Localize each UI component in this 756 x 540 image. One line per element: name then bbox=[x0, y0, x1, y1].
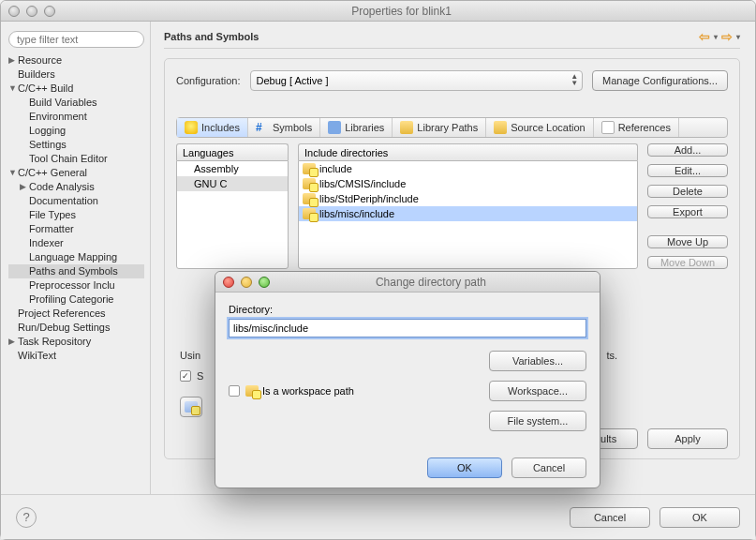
minimize-icon[interactable] bbox=[26, 6, 37, 17]
window-controls bbox=[8, 6, 55, 17]
sidebar-item-label: Builders bbox=[18, 68, 55, 82]
includes-icon bbox=[185, 121, 198, 134]
add-button[interactable]: Add... bbox=[647, 143, 728, 157]
ok-button[interactable]: OK bbox=[660, 507, 740, 528]
sidebar-item[interactable]: Run/Debug Settings bbox=[8, 321, 144, 335]
export-button[interactable]: Export bbox=[647, 205, 728, 218]
folder-icon bbox=[303, 193, 316, 204]
include-path-label: libs/CMSIS/include bbox=[319, 178, 406, 189]
workspace-path-checkbox[interactable] bbox=[229, 385, 240, 397]
sidebar-item-label: Profiling Categorie bbox=[29, 292, 114, 307]
sidebar-item-label: WikiText bbox=[18, 349, 56, 363]
include-path-label: libs/misc/include bbox=[319, 208, 394, 219]
sidebar-item[interactable]: ▶Code Analysis bbox=[8, 180, 144, 194]
sidebar-item[interactable]: Preprocessor Inclu bbox=[8, 278, 144, 292]
sidebar-item-label: Documentation bbox=[29, 194, 98, 208]
sidebar-item[interactable]: Profiling Categorie bbox=[8, 292, 144, 307]
sidebar-item-label: C/C++ Build bbox=[18, 82, 73, 96]
configuration-select[interactable]: Debug [ Active ] ▲▼ bbox=[250, 70, 584, 91]
edit-button[interactable]: Edit... bbox=[647, 164, 728, 177]
close-icon[interactable] bbox=[8, 6, 20, 17]
sidebar-item[interactable]: Environment bbox=[8, 110, 144, 124]
manage-configurations-button[interactable]: Manage Configurations... bbox=[592, 70, 728, 91]
category-tree[interactable]: ▶ResourceBuilders▼C/C++ BuildBuild Varia… bbox=[8, 53, 144, 363]
sidebar-item[interactable]: Indexer bbox=[8, 236, 144, 250]
filter-input[interactable] bbox=[8, 31, 144, 48]
forward-icon[interactable]: ⇨ bbox=[721, 29, 733, 44]
back-menu-icon[interactable]: ▾ bbox=[714, 33, 718, 41]
sidebar-item[interactable]: Documentation bbox=[8, 194, 144, 208]
tab-source-location[interactable]: Source Location bbox=[486, 118, 594, 137]
apply-button[interactable]: Apply bbox=[647, 428, 728, 449]
properties-window: Properties for blink1 ▶ResourceBuilders▼… bbox=[0, 0, 756, 540]
list-item[interactable]: libs/CMSIS/include bbox=[299, 176, 637, 191]
sidebar-item-label: Code Analysis bbox=[29, 180, 95, 194]
libraries-icon bbox=[328, 121, 341, 134]
close-icon[interactable] bbox=[223, 277, 234, 288]
sidebar-item[interactable]: ▶Resource bbox=[8, 53, 144, 68]
back-icon[interactable]: ⇦ bbox=[699, 29, 710, 44]
source-location-icon bbox=[494, 121, 507, 134]
sidebar-item-label: Indexer bbox=[29, 236, 64, 250]
sidebar-item-label: Language Mapping bbox=[29, 250, 117, 264]
sidebar-item[interactable]: Logging bbox=[8, 124, 144, 138]
sidebar-item[interactable]: Settings bbox=[8, 138, 144, 152]
help-icon[interactable]: ? bbox=[16, 507, 37, 528]
dialog-ok-button[interactable]: OK bbox=[427, 458, 502, 478]
language-label: GNU C bbox=[194, 178, 227, 189]
sidebar-item[interactable]: Builders bbox=[8, 68, 144, 82]
sidebar-item[interactable]: Build Variables bbox=[8, 96, 144, 110]
dialog-title: Change directory path bbox=[270, 276, 592, 289]
sidebar-item[interactable]: Project References bbox=[8, 307, 144, 321]
sidebar-item[interactable]: WikiText bbox=[8, 349, 144, 363]
sidebar-item[interactable]: ▼C/C++ Build bbox=[8, 82, 144, 96]
disclosure-icon: ▶ bbox=[20, 180, 29, 194]
cancel-button[interactable]: Cancel bbox=[570, 507, 650, 528]
directory-label: Directory: bbox=[229, 304, 586, 315]
sidebar-item[interactable]: Tool Chain Editor bbox=[8, 152, 144, 166]
directory-input[interactable] bbox=[229, 319, 586, 338]
sidebar-item[interactable]: Language Mapping bbox=[8, 250, 144, 264]
delete-button[interactable]: Delete bbox=[647, 185, 728, 198]
sidebar-item-label: Tool Chain Editor bbox=[29, 152, 108, 166]
move-up-button[interactable]: Move Up bbox=[647, 235, 728, 248]
separator bbox=[164, 48, 740, 49]
import-icon-button[interactable] bbox=[180, 397, 202, 417]
tab-references[interactable]: References bbox=[594, 118, 679, 137]
disclosure-icon: ▼ bbox=[8, 166, 18, 180]
sidebar-item[interactable]: Paths and Symbols bbox=[8, 264, 144, 278]
tab-includes[interactable]: Includes bbox=[177, 118, 248, 137]
languages-list[interactable]: AssemblyGNU C bbox=[176, 160, 289, 269]
list-item[interactable]: include bbox=[299, 161, 637, 176]
truncated-text-left: Usin bbox=[180, 350, 200, 361]
sidebar-item[interactable]: ▶Task Repository bbox=[8, 335, 144, 349]
tab-label: Library Paths bbox=[417, 122, 478, 133]
tab-library-paths[interactable]: Library Paths bbox=[393, 118, 486, 137]
tab-libraries[interactable]: Libraries bbox=[320, 118, 393, 137]
show-checkbox[interactable]: ✓ bbox=[180, 370, 191, 382]
sidebar-item[interactable]: ▼C/C++ General bbox=[8, 166, 144, 180]
configuration-label: Configuration: bbox=[176, 75, 241, 86]
list-item[interactable]: GNU C bbox=[177, 176, 288, 191]
dialog-footer: ? Cancel OK bbox=[1, 494, 755, 539]
dialog-cancel-button[interactable]: Cancel bbox=[511, 458, 586, 478]
tab-symbols[interactable]: #Symbols bbox=[248, 118, 320, 137]
zoom-icon[interactable] bbox=[44, 6, 55, 17]
library-paths-icon bbox=[400, 121, 413, 134]
variables-button[interactable]: Variables... bbox=[489, 351, 586, 371]
minimize-icon[interactable] bbox=[241, 277, 252, 288]
list-item[interactable]: Assembly bbox=[177, 161, 288, 176]
list-item[interactable]: libs/StdPeriph/include bbox=[299, 191, 637, 206]
list-item[interactable]: libs/misc/include bbox=[299, 206, 637, 221]
include-dirs-header: Include directories bbox=[298, 143, 638, 160]
sidebar-item[interactable]: Formatter bbox=[8, 222, 144, 236]
zoom-icon[interactable] bbox=[259, 277, 270, 288]
sidebar-item[interactable]: File Types bbox=[8, 208, 144, 222]
tab-label: Source Location bbox=[511, 122, 586, 133]
filesystem-button[interactable]: File system... bbox=[489, 411, 586, 431]
include-dirs-list[interactable]: includelibs/CMSIS/includelibs/StdPeriph/… bbox=[298, 160, 638, 269]
forward-menu-icon[interactable]: ▾ bbox=[736, 33, 740, 41]
disclosure-icon: ▶ bbox=[8, 335, 18, 349]
workspace-button[interactable]: Workspace... bbox=[489, 381, 586, 401]
sidebar-item-label: Settings bbox=[29, 138, 67, 152]
